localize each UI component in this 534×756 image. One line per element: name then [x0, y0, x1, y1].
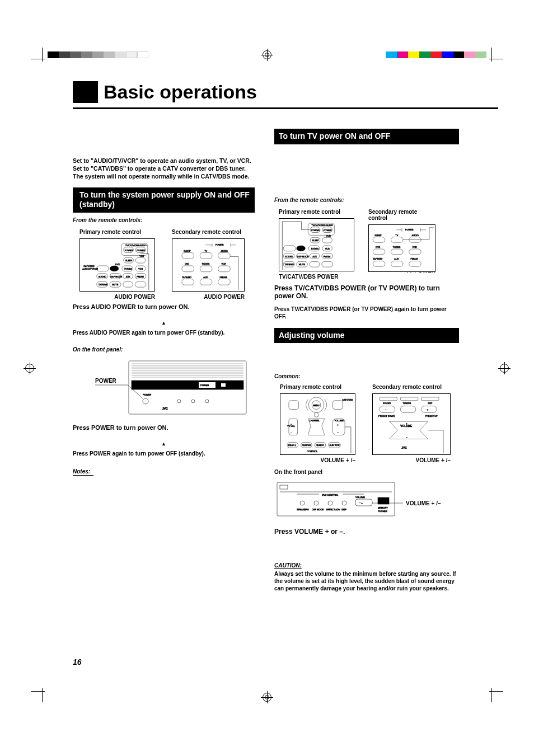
- svg-rect-109: [391, 237, 402, 242]
- registration-target-right: [500, 364, 509, 373]
- svg-text:VCR: VCR: [325, 247, 330, 250]
- svg-text:CHANNEL: CHANNEL: [309, 419, 320, 422]
- svg-text:POWER: POWER: [200, 384, 209, 387]
- title-decor-box: [73, 81, 98, 103]
- primary-remote-caption: Primary remote control: [279, 209, 354, 215]
- svg-text:DSP MODE: DSP MODE: [110, 275, 122, 278]
- svg-text:−: −: [385, 408, 387, 411]
- volume-step: Press VOLUME + or –.: [274, 528, 459, 536]
- svg-text:SPEAKERS: SPEAKERS: [297, 508, 309, 511]
- audio-power-caption: AUDIO POWER: [172, 294, 245, 300]
- svg-text:JVC: JVC: [162, 407, 168, 410]
- page-number: 16: [73, 658, 82, 666]
- svg-text:AUX: AUX: [312, 255, 317, 257]
- svg-text:−: −: [337, 431, 339, 434]
- svg-text:POWER: POWER: [125, 248, 133, 251]
- svg-text:EFFECT ADV: EFFECT ADV: [326, 508, 340, 511]
- tv-step-on: Press TV/CATV/DBS POWER (or TV POWER) to…: [274, 284, 459, 300]
- svg-rect-40: [218, 252, 231, 259]
- svg-point-86: [297, 245, 306, 251]
- svg-text:VOLUME: VOLUME: [355, 496, 365, 499]
- svg-text:FM/AM: FM/AM: [220, 275, 227, 278]
- svg-text:DSP: DSP: [428, 402, 432, 405]
- intro-line: Set to "CATV/DBS" to operate a CATV conv…: [73, 165, 255, 172]
- svg-text:TV/DBS: TV/DBS: [124, 267, 133, 270]
- svg-text:FM/AM: FM/AM: [324, 255, 331, 257]
- svg-text:CENTER: CENTER: [302, 444, 311, 447]
- secondary-remote-diagram-tv: POWER SLEEP TV AUDIO DVD TV/DBS: [368, 224, 435, 272]
- svg-rect-84: [322, 237, 332, 243]
- svg-text:PRESET DOWN: PRESET DOWN: [378, 415, 395, 417]
- svg-text:SOUND: SOUND: [99, 275, 106, 278]
- svg-rect-117: [409, 248, 421, 254]
- svg-rect-13: [97, 265, 109, 271]
- svg-text:AUX: AUX: [394, 257, 399, 260]
- svg-rect-63: [132, 381, 243, 389]
- svg-text:VCR: VCR: [139, 255, 144, 257]
- crop-mark: [31, 685, 48, 702]
- svg-text:POWER: POWER: [95, 378, 117, 384]
- svg-rect-128: [289, 401, 299, 410]
- svg-text:TUNING: TUNING: [402, 402, 411, 405]
- secondary-remote-caption: Secondary remote control: [368, 209, 435, 221]
- svg-rect-66: [221, 383, 226, 387]
- svg-text:+: +: [406, 422, 407, 425]
- title-underline: [73, 107, 498, 109]
- svg-text:TV/DBS: TV/DBS: [311, 247, 319, 250]
- svg-text:−: −: [291, 431, 292, 434]
- page-content: Basic operations Set to "AUDIO/TV/VCR" t…: [73, 81, 462, 592]
- svg-rect-50: [200, 279, 212, 285]
- step-power-on: Press AUDIO POWER to turn power ON.: [73, 303, 255, 310]
- left-column: Set to "AUDIO/TV/VCR" to operate an audi…: [73, 129, 255, 592]
- svg-text:SLEEP: SLEEP: [312, 239, 319, 242]
- svg-rect-155: [380, 406, 395, 413]
- svg-text:VCR: VCR: [221, 262, 226, 265]
- svg-text:TV: TV: [204, 249, 207, 252]
- volume-caption: VOLUME + /–: [372, 457, 451, 463]
- notes-label: Notes:: [73, 468, 93, 476]
- svg-text:TV/DBS: TV/DBS: [392, 246, 400, 248]
- svg-text:POWER: POWER: [216, 243, 224, 246]
- svg-text:POWER: POWER: [324, 228, 332, 231]
- svg-text:TAPE/MD: TAPE/MD: [182, 275, 191, 278]
- svg-text:POWER: POWER: [405, 228, 414, 231]
- eject-icon: ▲: [161, 441, 167, 447]
- svg-text:SLEEP: SLEEP: [125, 259, 133, 262]
- primary-remote-caption: Primary remote control: [79, 229, 155, 235]
- svg-text:POWER: POWER: [137, 248, 145, 251]
- svg-text:CONTROL: CONTROL: [307, 450, 318, 453]
- page-title: Basic operations: [98, 81, 257, 103]
- svg-rect-104: [322, 261, 333, 267]
- svg-text:MUTE: MUTE: [299, 263, 305, 266]
- svg-text:PHONES: PHONES: [378, 510, 387, 513]
- svg-rect-42: [182, 265, 194, 271]
- svg-rect-46: [218, 265, 231, 271]
- svg-rect-157: [400, 406, 415, 413]
- svg-text:AUX: AUX: [126, 275, 130, 278]
- svg-rect-103: [310, 261, 320, 267]
- svg-text:SLEEP: SLEEP: [374, 233, 382, 236]
- svg-point-127: [314, 412, 318, 417]
- front-panel-diagram: POWER POWER JVC POWER: [73, 358, 255, 420]
- from-remote-label: From the remote controls:: [73, 217, 255, 223]
- title-row: Basic operations: [73, 81, 462, 103]
- crop-marks-bottom: [0, 685, 534, 702]
- svg-text:−: −: [406, 436, 407, 439]
- svg-text:+: +: [337, 424, 339, 426]
- svg-text:VOLUME: VOLUME: [334, 419, 344, 422]
- svg-rect-48: [182, 279, 194, 285]
- section-heading-tv-power: To turn TV power ON and OFF: [274, 129, 459, 144]
- svg-text:DVD: DVD: [115, 263, 120, 266]
- crop-mark: [486, 48, 503, 64]
- crop-mark: [31, 48, 48, 64]
- front-panel-volume-diagram: DVD CONTROL − + VOLUME SPEAKERS DSP MODE…: [274, 480, 459, 524]
- svg-text:DSP MODE: DSP MODE: [312, 508, 324, 511]
- secondary-remote-diagram: POWER SLEEP TV AUDIO DVD TV/DBS: [172, 238, 245, 292]
- svg-rect-151: [421, 397, 439, 401]
- svg-text:TV VOL: TV VOL: [287, 425, 296, 428]
- common-label: Common:: [274, 373, 459, 379]
- svg-text:SLEEP: SLEEP: [184, 249, 191, 252]
- secondary-remote-caption: Secondary remote control: [172, 229, 245, 235]
- svg-text:FM/AM: FM/AM: [411, 257, 418, 260]
- svg-rect-115: [391, 248, 402, 254]
